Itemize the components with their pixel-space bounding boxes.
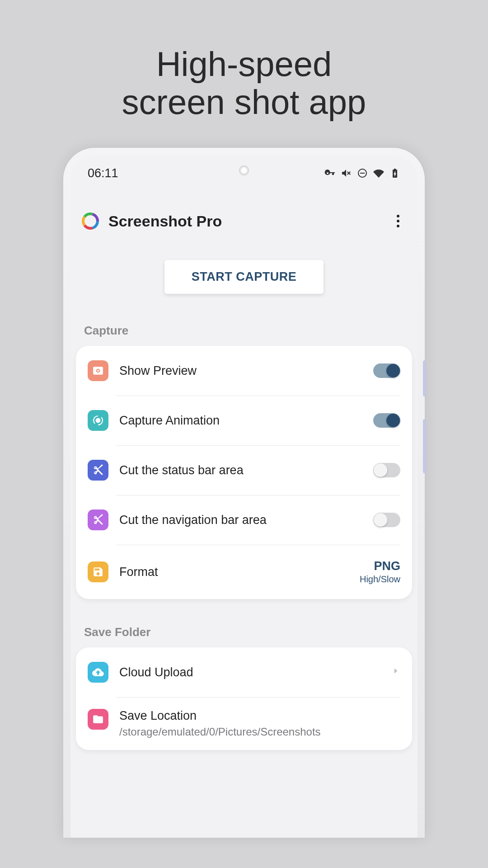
setting-save-location[interactable]: Save Location /storage/emulated/0/Pictur… bbox=[76, 697, 412, 750]
save-location-path: /storage/emulated/0/Pictures/Screenshots bbox=[119, 726, 400, 738]
setting-label: Cloud Upload bbox=[119, 665, 380, 679]
setting-label: Format bbox=[119, 565, 349, 579]
setting-label: Capture Animation bbox=[119, 414, 362, 428]
setting-cut-status-bar[interactable]: Cut the status bar area bbox=[76, 445, 412, 495]
save-folder-card: Cloud Upload Save Location /storage/emul… bbox=[76, 647, 412, 750]
app-header-left: Screenshot Pro bbox=[81, 212, 222, 230]
setting-cloud-upload[interactable]: Cloud Upload bbox=[76, 647, 412, 697]
chevron-right-icon bbox=[391, 665, 400, 679]
format-value: PNG bbox=[374, 559, 400, 573]
wifi-icon bbox=[373, 168, 384, 179]
capture-settings-card: Show Preview Capture Animation Cut the s… bbox=[76, 346, 412, 599]
scissors-icon bbox=[88, 460, 108, 481]
status-icons bbox=[324, 168, 400, 179]
mute-icon bbox=[341, 168, 352, 179]
phone-camera-cutout bbox=[239, 165, 249, 175]
scissors-icon bbox=[88, 509, 108, 530]
app-header: Screenshot Pro bbox=[70, 184, 418, 243]
setting-format[interactable]: Format PNG High/Slow bbox=[76, 545, 412, 599]
marketing-line-2: screen shot app bbox=[0, 83, 488, 121]
setting-label: Save Location bbox=[119, 709, 400, 723]
setting-capture-animation[interactable]: Capture Animation bbox=[76, 396, 412, 445]
battery-charging-icon bbox=[389, 168, 400, 179]
setting-label: Show Preview bbox=[119, 364, 362, 378]
setting-show-preview[interactable]: Show Preview bbox=[76, 346, 412, 396]
phone-volume-down bbox=[423, 419, 427, 473]
setting-label: Cut the navigation bar area bbox=[119, 513, 362, 527]
app-title: Screenshot Pro bbox=[108, 212, 222, 230]
start-capture-button[interactable]: START CAPTURE bbox=[164, 260, 324, 294]
setting-label: Cut the status bar area bbox=[119, 463, 362, 477]
vpn-key-icon bbox=[324, 168, 335, 179]
cloud-upload-icon bbox=[88, 662, 108, 683]
app-logo-icon bbox=[81, 212, 99, 230]
status-time: 06:11 bbox=[88, 166, 118, 180]
save-location-text: Save Location /storage/emulated/0/Pictur… bbox=[119, 709, 400, 738]
toggle-cut-status-bar[interactable] bbox=[373, 463, 400, 477]
file-icon bbox=[88, 561, 108, 582]
section-header-capture: Capture bbox=[70, 319, 418, 346]
animation-icon bbox=[88, 410, 108, 431]
toggle-capture-animation[interactable] bbox=[373, 413, 400, 428]
setting-cut-nav-bar[interactable]: Cut the navigation bar area bbox=[76, 495, 412, 545]
phone-volume-up bbox=[423, 360, 427, 396]
phone-screen: 06:11 Screenshot Pro bbox=[70, 155, 418, 838]
format-value-group: PNG High/Slow bbox=[360, 559, 400, 585]
marketing-line-1: High-speed bbox=[0, 45, 488, 83]
format-subvalue: High/Slow bbox=[360, 574, 400, 585]
do-not-disturb-icon bbox=[357, 168, 368, 179]
toggle-show-preview[interactable] bbox=[373, 363, 400, 378]
phone-frame: 06:11 Screenshot Pro bbox=[63, 148, 425, 838]
marketing-headline: High-speed screen shot app bbox=[0, 0, 488, 148]
section-header-save-folder: Save Folder bbox=[70, 621, 418, 647]
folder-icon bbox=[88, 709, 108, 730]
overflow-menu-button[interactable] bbox=[394, 212, 402, 230]
toggle-cut-nav-bar[interactable] bbox=[373, 513, 400, 527]
preview-icon bbox=[88, 360, 108, 381]
